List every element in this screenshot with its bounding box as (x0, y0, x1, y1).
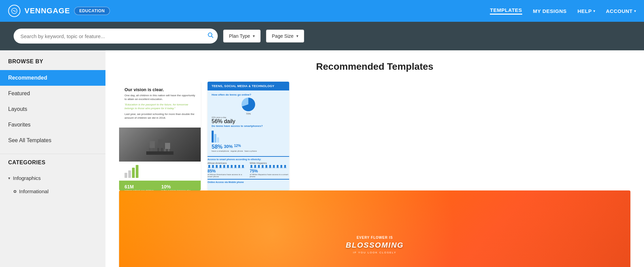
account-chevron-icon: ▾ (634, 9, 636, 13)
logo-text: VENNGAGE (24, 6, 70, 15)
vertical-bar-chart (212, 129, 285, 143)
page-size-chevron-icon: ▾ (296, 34, 298, 38)
sub-dot-icon (14, 190, 16, 193)
nav-right: TEMPLATES MY DESIGNS HELP ▾ ACCOUNT ▾ (490, 7, 636, 15)
svg-rect-6 (158, 139, 163, 148)
sidebar-item-see-all[interactable]: See All Templates (0, 133, 105, 148)
search-input[interactable] (14, 29, 218, 44)
template-card-2[interactable]: BUSINESS TEENS, SOCIAL MEDIA & TECHNOLOG… (208, 82, 289, 190)
nav-my-designs[interactable]: MY DESIGNS (533, 8, 567, 14)
search-wrapper (14, 29, 218, 44)
svg-rect-3 (150, 141, 155, 148)
template-preview-1: Our vision is clear. One day, all childr… (119, 82, 201, 190)
svg-rect-8 (161, 148, 163, 151)
main-layout: BROWSE BY Recommended Featured Layouts F… (0, 50, 644, 267)
sidebar: BROWSE BY Recommended Featured Layouts F… (0, 50, 105, 267)
help-chevron-icon: ▾ (593, 9, 595, 13)
search-button[interactable] (208, 32, 214, 40)
browse-by-title: BROWSE BY (0, 59, 105, 70)
template-preview-3: EVERY FLOWER IS BLOSSOMING IF YOU LOOK C… (119, 190, 630, 267)
template-preview-2: TEENS, SOCIAL MEDIA & TECHNOLOGY How oft… (208, 82, 289, 190)
sidebar-item-featured[interactable]: Featured (0, 86, 105, 101)
bar-chart (125, 164, 138, 178)
expand-icon: ▾ (8, 176, 10, 181)
sidebar-item-favorites[interactable]: Favorites (0, 117, 105, 133)
svg-rect-5 (153, 148, 154, 151)
template-card-3[interactable]: EVERY FLOWER IS BLOSSOMING IF YOU LOOK C… (119, 190, 630, 267)
svg-rect-9 (165, 143, 170, 149)
content-area: Recommended Templates BUSINESS Our visio… (105, 50, 644, 267)
donut-chart (242, 98, 255, 111)
logo-icon (8, 5, 20, 17)
top-nav: VENNGAGE EDUCATION TEMPLATES MY DESIGNS … (0, 0, 644, 22)
content-title: Recommended Templates (119, 61, 630, 72)
templates-grid: BUSINESS Our vision is clear. One day, a… (119, 82, 630, 190)
sub-category-informational[interactable]: Informational (0, 185, 105, 198)
education-badge[interactable]: EDUCATION (74, 7, 110, 15)
nav-account[interactable]: ACCOUNT ▾ (606, 8, 636, 14)
categories-title: CATEGORIES (0, 160, 105, 171)
template-card-1[interactable]: BUSINESS Our vision is clear. One day, a… (119, 82, 201, 190)
sidebar-divider (0, 154, 105, 154)
search-area: Plan Type ▾ Page Size ▾ (0, 22, 644, 50)
plan-type-filter[interactable]: Plan Type ▾ (223, 30, 261, 43)
svg-rect-10 (164, 149, 166, 152)
sidebar-item-layouts[interactable]: Layouts (0, 101, 105, 117)
search-icon (208, 32, 214, 38)
people-row-2: 👤👤👤👤👤 👤👤👤👤👤 (250, 165, 289, 168)
svg-rect-4 (149, 148, 150, 151)
svg-rect-7 (158, 148, 159, 151)
svg-rect-12 (146, 151, 174, 155)
page-size-filter[interactable]: Page Size ▾ (266, 30, 304, 43)
nav-help[interactable]: HELP ▾ (577, 8, 595, 14)
svg-line-2 (212, 36, 213, 38)
sidebar-item-recommended[interactable]: Recommended (0, 70, 105, 86)
nav-templates[interactable]: TEMPLATES (490, 7, 522, 15)
plan-type-chevron-icon: ▾ (253, 34, 255, 38)
svg-rect-11 (168, 149, 169, 152)
nav-left: VENNGAGE EDUCATION (8, 5, 110, 17)
category-infographics[interactable]: ▾ Infographics (0, 171, 105, 185)
chairs-illustration (146, 134, 174, 155)
people-row-1: 👤👤👤👤👤 👤👤👤👤👤 (208, 165, 247, 168)
